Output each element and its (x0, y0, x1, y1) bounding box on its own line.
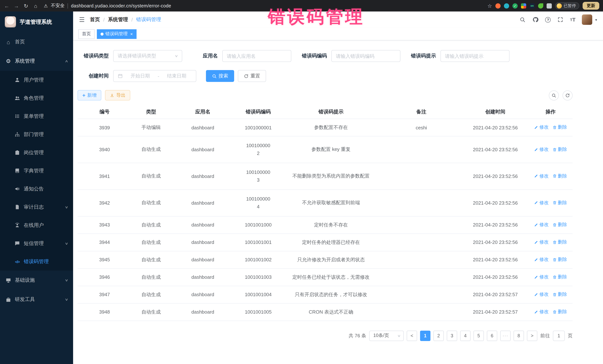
tag-close-icon[interactable]: × (130, 31, 133, 36)
pagination-next-button[interactable]: > (527, 331, 537, 341)
search-icon[interactable] (519, 16, 526, 23)
sidebar-item[interactable]: 审计日志∨ (0, 198, 73, 216)
delete-link-label: 删除 (558, 309, 567, 315)
cell-app: dashboard (171, 216, 235, 233)
sidebar-item[interactable]: 通知公告 (0, 180, 73, 198)
browser-refresh-icon[interactable]: ↻ (23, 3, 29, 9)
error-code-value: 1001001001 (245, 240, 272, 245)
delete-link[interactable]: 删除 (552, 222, 567, 228)
toggle-search-button[interactable] (549, 90, 559, 100)
extension-leaf-icon[interactable] (538, 3, 543, 8)
cell-time: 2021-04-20 23:52:57 (462, 286, 529, 303)
plus-icon: + (82, 93, 85, 98)
edit-link[interactable]: 修改 (534, 146, 549, 153)
extension-grid-icon[interactable] (521, 3, 526, 8)
extension-adblock-icon[interactable] (495, 3, 500, 8)
delete-link[interactable]: 删除 (552, 124, 567, 131)
sidebar-item[interactable]: 基础设施∨ (0, 271, 73, 290)
delete-link[interactable]: 删除 (552, 239, 567, 245)
sidebar-item[interactable]: 研发工具∨ (0, 290, 73, 309)
pagination-more[interactable]: ··· (500, 331, 510, 341)
user-avatar[interactable] (582, 14, 592, 25)
browser-forward-icon[interactable]: → (13, 3, 19, 9)
sidebar-item[interactable]: 岗位管理 (0, 143, 73, 162)
error-hint-input[interactable] (441, 50, 510, 62)
pagination-page[interactable]: 3 (447, 331, 457, 341)
sidebar-item[interactable]: </>错误码管理 (0, 253, 73, 271)
paused-label: 已暂停 (564, 3, 576, 9)
browser-home-icon[interactable]: ⌂ (33, 3, 39, 9)
bookmark-star-icon[interactable]: ☆ (487, 3, 492, 9)
font-size-icon[interactable]: TT (570, 16, 576, 23)
trash-icon (552, 310, 557, 314)
delete-link[interactable]: 删除 (552, 274, 567, 280)
fullscreen-icon[interactable] (557, 16, 564, 23)
sidebar-item[interactable]: ⚙系统管理∧ (0, 52, 73, 71)
app-logo[interactable]: 芋道管理系统 (0, 11, 73, 32)
sidebar-item-label: 字典管理 (24, 167, 68, 174)
sidebar-item[interactable]: 用户管理 (0, 71, 73, 89)
browser-back-icon[interactable]: ← (4, 3, 10, 9)
extension-check-icon[interactable]: ✓ (512, 3, 518, 8)
edit-link[interactable]: 修改 (534, 291, 549, 298)
delete-link[interactable]: 删除 (552, 200, 567, 206)
sidebar-toggle-icon[interactable]: ☰ (79, 16, 85, 23)
delete-link[interactable]: 删除 (552, 256, 567, 263)
error-code-input[interactable] (331, 50, 400, 62)
breadcrumb-home[interactable]: 首页 (90, 16, 100, 23)
delete-link[interactable]: 删除 (552, 146, 567, 153)
delete-link-label: 删除 (558, 222, 567, 228)
edit-link[interactable]: 修改 (534, 309, 549, 315)
create-time-range-picker[interactable]: 开始日期 - 结束日期 (113, 70, 196, 82)
refresh-table-button[interactable] (563, 90, 573, 100)
tag-home[interactable]: 首页 (78, 29, 95, 39)
edit-pencil-icon (534, 174, 538, 178)
edit-link[interactable]: 修改 (534, 256, 549, 263)
edit-link[interactable]: 修改 (534, 173, 549, 179)
browser-update-button[interactable]: 更新 (583, 2, 599, 10)
github-icon[interactable] (532, 16, 539, 23)
pagination-page[interactable]: 2 (433, 331, 444, 341)
sidebar-item[interactable]: 字典管理 (0, 162, 73, 180)
address-bar[interactable]: ⚠ 不安全 dashboard.yudao.iocoder.cn/system/… (44, 3, 171, 9)
sidebar-item[interactable]: 角色管理 (0, 89, 73, 107)
export-button[interactable]: 导出 (105, 90, 130, 100)
pagination-page[interactable]: 6 (487, 331, 497, 341)
pagination-page[interactable]: 5 (474, 331, 484, 341)
pagination-prev-button[interactable]: < (407, 331, 417, 341)
sidebar-item[interactable]: 菜单管理 (0, 107, 73, 125)
page-size-select[interactable]: 10条/页 ∨ (369, 331, 404, 341)
pagination-page[interactable]: 1 (420, 331, 430, 341)
user-menu-caret-icon[interactable]: ▾ (595, 18, 597, 22)
edit-link[interactable]: 修改 (534, 239, 549, 245)
delete-link[interactable]: 删除 (552, 291, 567, 298)
delete-link[interactable]: 删除 (552, 173, 567, 179)
extension-drop-icon[interactable] (504, 3, 509, 8)
add-button[interactable]: + 新增 (78, 90, 101, 100)
edit-link[interactable]: 修改 (534, 222, 549, 228)
sidebar-item[interactable]: 部门管理 (0, 125, 73, 143)
profile-paused-badge[interactable]: 已暂停 (555, 2, 579, 9)
breadcrumb-system[interactable]: 系统管理 (108, 16, 128, 23)
extension-vpn-icon[interactable]: on (530, 3, 535, 8)
table-row: 3941自动生成dashboard1001000003不能删除类型为系统内置的参… (78, 163, 573, 190)
edit-link[interactable]: 修改 (534, 200, 549, 206)
search-button[interactable]: 搜索 (206, 70, 234, 82)
tag-error-code[interactable]: 错误码管理 × (97, 29, 137, 39)
goto-page-input[interactable] (553, 331, 565, 341)
pagination-page[interactable]: 8 (514, 331, 524, 341)
sidebar-item[interactable]: ⌂首页 (0, 32, 73, 52)
sidebar-item[interactable]: 在线用户 (0, 216, 73, 234)
app-name-input[interactable] (222, 50, 291, 62)
help-icon[interactable]: ? (545, 17, 551, 22)
column-header: 操作 (528, 105, 573, 119)
delete-link[interactable]: 删除 (552, 309, 567, 315)
sidebar-item[interactable]: 短信管理∨ (0, 234, 73, 253)
pagination-page[interactable]: 4 (460, 331, 471, 341)
cell-id: 3946 (78, 268, 132, 286)
error-type-select[interactable]: 请选择错误码类型 ∨ (113, 50, 182, 62)
reset-button[interactable]: 重置 (238, 70, 266, 82)
edit-link[interactable]: 修改 (534, 274, 549, 280)
edit-link[interactable]: 修改 (534, 124, 549, 131)
extensions-menu-icon[interactable] (547, 3, 552, 8)
